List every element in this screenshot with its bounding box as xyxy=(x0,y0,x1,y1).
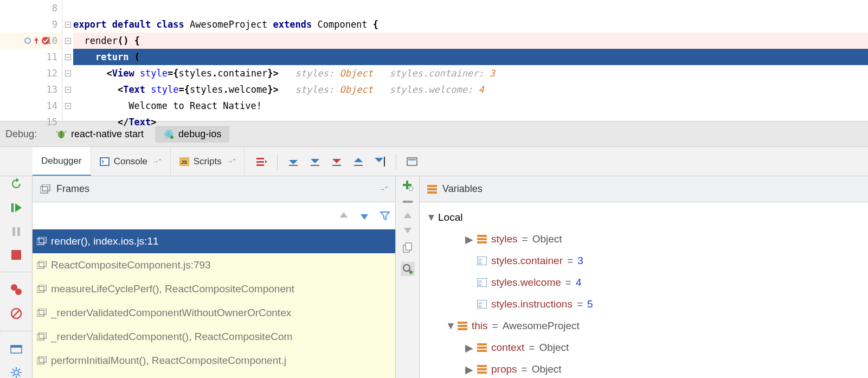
code-editor[interactable]: 89101112131415 export default class Awes… xyxy=(0,0,868,121)
svg-rect-65 xyxy=(427,191,437,194)
copy-icon[interactable] xyxy=(402,242,413,253)
prev-frame-icon[interactable] xyxy=(339,211,349,221)
fold-handle[interactable] xyxy=(62,65,73,81)
fold-handle[interactable] xyxy=(62,81,73,98)
svg-text:JS: JS xyxy=(181,159,187,165)
add-watch-icon[interactable] xyxy=(402,180,414,191)
frame-list[interactable]: render(), index.ios.js:11ReactCompositeC… xyxy=(33,229,395,378)
variable-row[interactable]: 1001styles.container = 3 xyxy=(426,250,861,272)
variables-tree[interactable]: ▼ Local ▶styles = Object1001styles.conta… xyxy=(420,202,868,378)
frame-row[interactable]: render(), index.ios.js:11 xyxy=(33,229,395,253)
frame-row[interactable]: _renderValidatedComponent(), ReactCompos… xyxy=(33,325,395,349)
line-number[interactable]: 11 xyxy=(0,49,62,65)
svg-rect-42 xyxy=(40,187,48,193)
fold-handle[interactable] xyxy=(62,114,73,130)
variable-row[interactable]: 1001styles.welcome = 4 xyxy=(426,272,861,293)
fold-handle[interactable] xyxy=(62,0,73,16)
svg-rect-45 xyxy=(39,237,46,243)
remove-watch-icon[interactable] xyxy=(402,200,414,203)
svg-rect-67 xyxy=(477,238,487,240)
code-line[interactable]: render() { xyxy=(73,33,868,49)
line-number[interactable]: 12 xyxy=(0,65,62,81)
tab-scripts[interactable]: JSScripts →" xyxy=(171,147,245,176)
svg-rect-79 xyxy=(458,325,467,327)
line-number[interactable]: 14 xyxy=(0,98,62,114)
svg-rect-19 xyxy=(354,165,363,166)
frame-row[interactable]: measureLifeCyclePerf(), ReactCompositeCo… xyxy=(33,277,395,301)
code-line[interactable]: return ( xyxy=(73,49,868,65)
step-into-icon[interactable] xyxy=(309,156,321,168)
svg-line-40 xyxy=(12,375,14,376)
frame-row[interactable]: _renderValidatedComponentWithoutOwnerOrC… xyxy=(33,301,395,325)
code-line[interactable]: <Text style={styles.welcome}> styles: Ob… xyxy=(73,81,868,98)
debugger-toolbar: DebuggerConsole →"JSScripts →" xyxy=(0,146,868,176)
svg-rect-64 xyxy=(427,188,437,190)
line-number[interactable]: 15 xyxy=(0,114,62,130)
down-icon[interactable] xyxy=(403,227,412,234)
variable-row[interactable]: ▶props = Object xyxy=(426,358,861,378)
pin-icon[interactable]: →" xyxy=(378,185,388,193)
svg-rect-52 xyxy=(37,334,44,340)
watches-icon[interactable] xyxy=(401,262,415,276)
svg-text:01: 01 xyxy=(478,283,482,286)
code-line[interactable]: export default class AwesomeProject exte… xyxy=(73,16,868,33)
code-line[interactable]: <View style={styles.container}> styles: … xyxy=(73,65,868,81)
svg-rect-49 xyxy=(39,285,46,291)
frames-icon xyxy=(40,184,51,194)
rerun-icon[interactable] xyxy=(9,177,24,190)
variable-scope[interactable]: ▼ Local xyxy=(426,207,861,228)
line-number[interactable]: 9 xyxy=(0,16,62,33)
variable-row[interactable]: 1001styles.instructions = 5 xyxy=(426,293,861,315)
frame-row[interactable]: ReactCompositeComponent.js:793 xyxy=(33,253,395,277)
svg-rect-32 xyxy=(11,345,22,348)
svg-line-41 xyxy=(18,369,20,370)
svg-point-56 xyxy=(409,187,413,191)
code-line[interactable] xyxy=(73,0,868,16)
show-execution-point-icon[interactable] xyxy=(255,156,267,168)
svg-rect-78 xyxy=(458,322,467,324)
debug-panels: Frames →" render(), index.ios.js:11React… xyxy=(0,176,868,378)
evaluate-expression-icon[interactable] xyxy=(406,156,418,168)
variable-row[interactable]: ▼this = AwesomeProject xyxy=(426,315,861,337)
code-line[interactable]: Welcome to React Native! xyxy=(73,98,868,114)
code-line[interactable]: </Text> xyxy=(73,114,868,130)
fold-handle[interactable] xyxy=(62,33,73,49)
tab-console[interactable]: Console →" xyxy=(91,147,171,176)
line-number[interactable]: 8 xyxy=(0,0,62,16)
line-number[interactable]: 13 xyxy=(0,81,62,98)
step-out-icon[interactable] xyxy=(352,156,364,168)
filter-frames-icon[interactable] xyxy=(380,211,390,221)
svg-line-30 xyxy=(12,310,20,317)
fold-handle[interactable] xyxy=(62,98,73,114)
pause-icon[interactable] xyxy=(9,225,24,238)
fold-handle[interactable] xyxy=(62,49,73,65)
step-over-icon[interactable] xyxy=(287,156,299,168)
next-frame-icon[interactable] xyxy=(359,211,369,221)
step-controls xyxy=(245,153,418,170)
variables-icon xyxy=(427,185,437,194)
stop-icon[interactable] xyxy=(9,249,24,261)
svg-rect-83 xyxy=(477,350,487,352)
variable-row[interactable]: ▶styles = Object xyxy=(426,228,861,250)
tab-debugger[interactable]: Debugger xyxy=(33,147,91,176)
frame-row[interactable]: performInitialMount(), ReactCompositeCom… xyxy=(33,349,395,373)
svg-rect-43 xyxy=(42,184,50,191)
line-number[interactable]: 10 xyxy=(0,33,62,49)
frames-header: Frames →" xyxy=(33,176,395,202)
breakpoints-icon[interactable] xyxy=(9,283,24,296)
fold-handle[interactable] xyxy=(62,16,73,33)
svg-rect-1 xyxy=(36,40,37,44)
settings-icon[interactable] xyxy=(9,366,24,378)
force-step-into-icon[interactable] xyxy=(331,156,343,168)
mute-breakpoints-icon[interactable] xyxy=(9,307,24,320)
variables-panel: Variables ▼ Local ▶styles = Object1001st… xyxy=(420,176,868,378)
code-area[interactable]: export default class AwesomeProject exte… xyxy=(73,0,868,121)
layout-icon[interactable] xyxy=(9,342,24,355)
resume-icon[interactable] xyxy=(9,201,24,214)
svg-rect-20 xyxy=(384,157,385,166)
run-to-cursor-icon[interactable] xyxy=(374,156,386,168)
svg-point-2 xyxy=(42,37,49,44)
variable-row[interactable]: ▶context = Object xyxy=(426,337,861,358)
svg-rect-80 xyxy=(458,328,467,330)
up-icon[interactable] xyxy=(403,212,412,219)
